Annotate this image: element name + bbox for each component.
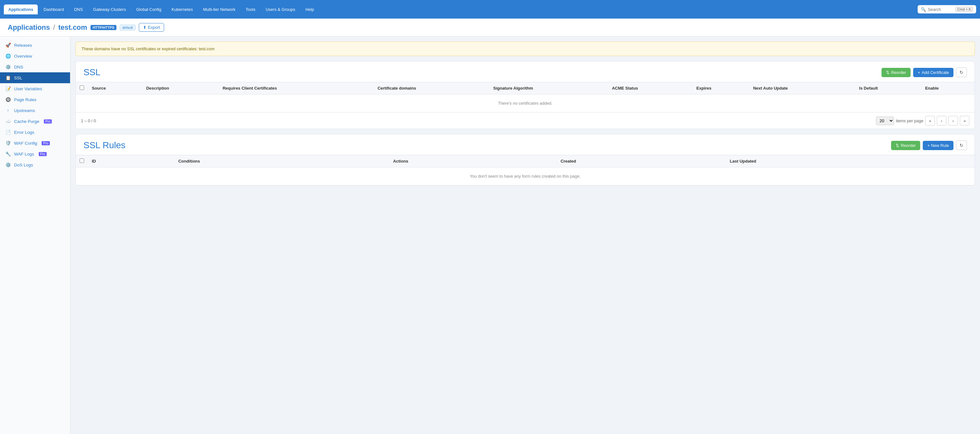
- cache-purge-icon: ☁️: [5, 119, 11, 124]
- sidebar-item-dos-logs[interactable]: ⚙️ DoS Logs: [0, 160, 70, 170]
- ssl-per-page-select[interactable]: 20 50 100: [876, 116, 894, 125]
- ssl-select-all[interactable]: [80, 85, 84, 90]
- rules-reorder-icon: ⇅: [896, 143, 899, 148]
- ssl-col-acme-status: ACME Status: [608, 82, 692, 94]
- ssl-empty-message: There's no certificates added.: [76, 94, 975, 112]
- breadcrumb-domain[interactable]: test.com: [58, 23, 87, 32]
- sidebar-label-ssl: SSL: [14, 75, 22, 80]
- breadcrumb-separator: /: [53, 23, 55, 32]
- warning-message: These domains have no SSL certificates o…: [81, 46, 215, 51]
- sidebar-label-waf-config: WAF Config: [14, 141, 37, 146]
- ssl-rules-table-header: IDConditionsActionsCreatedLast Updated: [76, 155, 975, 168]
- ssl-actions: ⇅ Reorder + Add Certificate ↻: [881, 67, 967, 77]
- rules-col-conditions: Conditions: [174, 155, 389, 168]
- ssl-col-certificate-domains: Certificate domains: [374, 82, 489, 94]
- nav-tabs: ApplicationsDashboardDNSGateway Clusters…: [4, 5, 318, 14]
- ssl-first-page-button[interactable]: «: [925, 116, 935, 126]
- rules-col-actions: Actions: [389, 155, 557, 168]
- nav-tab-gateway-clusters[interactable]: Gateway Clusters: [89, 5, 130, 14]
- sidebar-label-dns: DNS: [14, 65, 23, 69]
- nav-tab-global-config[interactable]: Global Config: [132, 5, 166, 14]
- waf-config-icon: 🛡️: [5, 140, 11, 146]
- ssl-col-source: Source: [88, 82, 142, 94]
- ssl-per-page-label: items per page: [896, 118, 923, 123]
- new-rule-button[interactable]: + New Rule: [923, 141, 953, 150]
- nav-tab-dashboard[interactable]: Dashboard: [39, 5, 68, 14]
- ssl-rules-refresh-button[interactable]: ↻: [956, 140, 967, 150]
- sidebar-item-releases[interactable]: 🚀 Releases: [0, 40, 70, 51]
- ssl-prev-page-button[interactable]: ‹: [937, 116, 947, 126]
- rules-col-last-updated: Last Updated: [726, 155, 975, 168]
- releases-icon: 🚀: [5, 43, 11, 48]
- sidebar-item-user-variables[interactable]: 📝 User Variables: [0, 83, 70, 94]
- ssl-col-enable: Enable: [921, 82, 975, 94]
- sidebar-item-page-rules[interactable]: 🔘 Page Rules: [0, 94, 70, 105]
- nav-tab-users-&-groups[interactable]: Users & Groups: [261, 5, 299, 14]
- ssl-col-expires: Expires: [692, 82, 749, 94]
- rules-col-created: Created: [557, 155, 726, 168]
- sidebar-label-cache-purge: Cache Purge: [14, 119, 39, 124]
- nav-tab-help[interactable]: Help: [301, 5, 318, 14]
- ssl-icon: 📋: [5, 75, 11, 80]
- ssl-table: SourceDescriptionRequires Client Certifi…: [76, 82, 975, 112]
- pro-badge-waf-logs: Pro: [39, 152, 47, 156]
- error-logs-icon: 📄: [5, 129, 11, 135]
- sidebar-item-dns[interactable]: ⚙️ DNS: [0, 61, 70, 72]
- waf-logs-icon: 🔧: [5, 152, 11, 156]
- ssl-table-wrap: SourceDescriptionRequires Client Certifi…: [76, 82, 975, 112]
- ssl-reorder-button[interactable]: ⇅ Reorder: [881, 68, 911, 77]
- ssl-col-description: Description: [142, 82, 219, 94]
- breadcrumb-applications[interactable]: Applications: [8, 23, 50, 32]
- nav-tab-multi-tier-network[interactable]: Multi-tier Network: [199, 5, 240, 14]
- ssl-refresh-button[interactable]: ↻: [956, 67, 967, 77]
- ssl-rules-reorder-button[interactable]: ⇅ Reorder: [891, 141, 920, 150]
- nav-tab-tools[interactable]: Tools: [241, 5, 260, 14]
- ssl-rules-card-header: SSL Rules ⇅ Reorder + New Rule ↻: [76, 134, 975, 155]
- rules-refresh-icon: ↻: [959, 143, 963, 148]
- ssl-col-next-auto-update: Next Auto Update: [749, 82, 855, 94]
- nav-tab-dns[interactable]: DNS: [70, 5, 88, 14]
- sidebar-label-dos-logs: DoS Logs: [14, 163, 33, 168]
- ssl-pagination-controls: 20 50 100 items per page « ‹ › »: [876, 116, 969, 126]
- refresh-icon: ↻: [959, 70, 963, 75]
- ssl-empty-row: There's no certificates added.: [76, 94, 975, 112]
- sidebar-item-cache-purge[interactable]: ☁️ Cache Purge Pro: [0, 116, 70, 127]
- rules-select-all[interactable]: [80, 158, 84, 163]
- ssl-rules-empty-message: You don't seem to have any form rules cr…: [76, 168, 975, 185]
- export-button[interactable]: ⬆ Export: [139, 23, 164, 32]
- ssl-next-page-button[interactable]: ›: [948, 116, 958, 126]
- nav-tab-applications[interactable]: Applications: [4, 5, 38, 14]
- main-content: These domains have no SSL certificates o…: [70, 37, 980, 434]
- upstreams-icon: ↑: [5, 108, 11, 113]
- sidebar-item-overview[interactable]: 🌐 Overview: [0, 51, 70, 61]
- add-icon: +: [918, 70, 920, 75]
- warning-banner: These domains have no SSL certificates o…: [75, 41, 975, 56]
- user-variables-icon: 📝: [5, 86, 11, 91]
- default-badge: default: [119, 25, 135, 30]
- sidebar-item-error-logs[interactable]: 📄 Error Logs: [0, 127, 70, 138]
- sidebar-item-waf-config[interactable]: 🛡️ WAF Config Pro: [0, 138, 70, 148]
- nav-tab-kubernetes[interactable]: Kubernetes: [167, 5, 197, 14]
- sidebar-label-page-rules: Page Rules: [14, 97, 37, 102]
- page-rules-icon: 🔘: [5, 97, 11, 102]
- sidebar-label-error-logs: Error Logs: [14, 130, 34, 135]
- ssl-rules-table-wrap: IDConditionsActionsCreatedLast Updated Y…: [76, 155, 975, 185]
- sidebar-item-waf-logs[interactable]: 🔧 WAF Logs Pro: [0, 148, 70, 160]
- search-shortcut: Cmd + K: [955, 7, 973, 12]
- ssl-rules-actions: ⇅ Reorder + New Rule ↻: [891, 140, 967, 150]
- sidebar-item-upstreams[interactable]: ↑ Upstreams: [0, 105, 70, 116]
- ssl-last-page-button[interactable]: »: [960, 116, 969, 126]
- rules-col-id: ID: [88, 155, 174, 168]
- http-https-badge: HTTP/HTTPS: [91, 25, 117, 30]
- search-input[interactable]: [928, 7, 953, 12]
- search-box[interactable]: 🔍 Cmd + K: [918, 5, 976, 13]
- add-certificate-button[interactable]: + Add Certificate: [913, 68, 953, 77]
- reorder-icon: ⇅: [886, 70, 889, 75]
- search-icon: 🔍: [921, 7, 926, 12]
- dns-icon: ⚙️: [5, 64, 11, 69]
- ssl-rules-empty-row: You don't seem to have any form rules cr…: [76, 168, 975, 185]
- overview-icon: 🌐: [5, 53, 11, 59]
- sidebar-label-waf-logs: WAF Logs: [14, 152, 34, 156]
- main-layout: 🚀 Releases 🌐 Overview ⚙️ DNS 📋 SSL 📝 Use…: [0, 37, 980, 434]
- sidebar-item-ssl[interactable]: 📋 SSL: [0, 72, 70, 83]
